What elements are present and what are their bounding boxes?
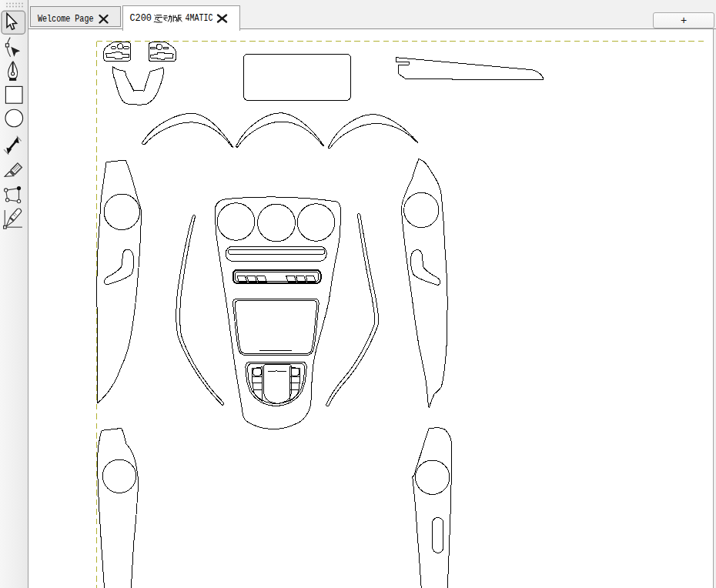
svg-text:C200: C200: [130, 13, 152, 24]
svg-text:4MATIC: 4MATIC: [186, 13, 213, 24]
svg-text:+: +: [681, 14, 687, 26]
svg-text:Welcome Page: Welcome Page: [38, 14, 94, 25]
